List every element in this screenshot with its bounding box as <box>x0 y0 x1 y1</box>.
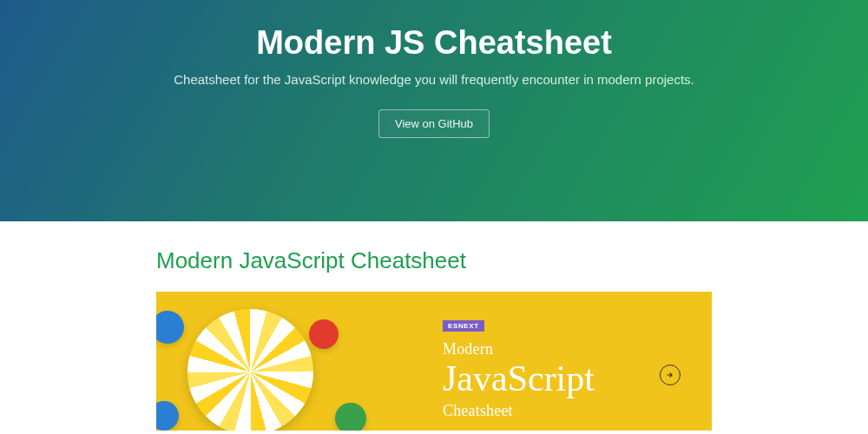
view-on-github-button[interactable]: View on GitHub <box>378 109 490 138</box>
banner-image: ESNEXT Modern JavaScript Cheatsheet <box>156 292 712 431</box>
banner-line-modern: Modern <box>443 340 595 358</box>
candy-decoration <box>156 401 179 431</box>
banner-text-block: ESNEXT Modern JavaScript Cheatsheet <box>443 316 595 420</box>
candy-decoration <box>156 311 184 344</box>
arrow-right-icon[interactable] <box>660 365 681 385</box>
esnext-tag: ESNEXT <box>443 320 484 332</box>
hero-section: Modern JS Cheatsheet Cheatsheet for the … <box>0 0 868 221</box>
lollipop-decoration <box>187 309 313 431</box>
banner-line-javascript: JavaScript <box>443 360 595 397</box>
hero-title: Modern JS Cheatsheet <box>256 24 612 62</box>
main-content: Modern JavaScript Cheatsheet ESNEXT Mode… <box>156 221 712 431</box>
candy-decoration <box>335 403 366 431</box>
banner-line-cheatsheet: Cheatsheet <box>443 402 595 420</box>
candy-decoration <box>309 319 339 349</box>
section-heading: Modern JavaScript Cheatsheet <box>156 247 712 274</box>
hero-subtitle: Cheatsheet for the JavaScript knowledge … <box>174 72 694 87</box>
